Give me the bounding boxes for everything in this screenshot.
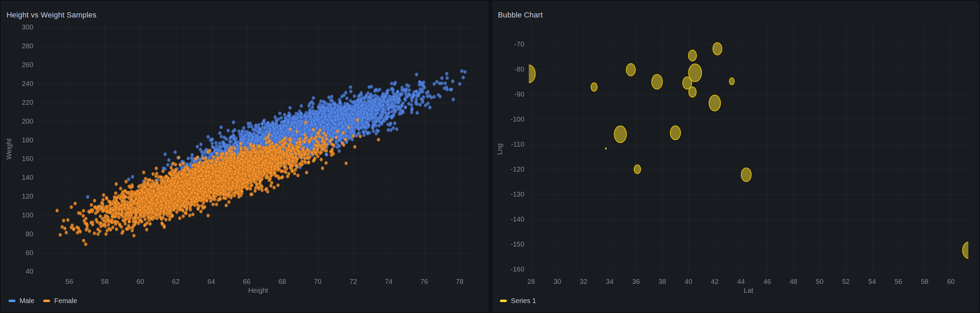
series-1-swatch (500, 300, 507, 302)
x-axis-label-height: Height (37, 287, 479, 294)
legend-label: Female (54, 297, 77, 305)
legend: Series 1 (500, 297, 536, 305)
height-weight-chart-canvas[interactable] (2, 2, 488, 311)
legend: Male Female (9, 297, 77, 305)
x-axis-label-lat: Lat (529, 287, 968, 294)
legend-item-male[interactable]: Male (9, 297, 34, 305)
legend-label: Male (19, 297, 34, 305)
panel-bubble-chart: Bubble Chart Lat Lng Series 1 (493, 2, 978, 311)
female-series-swatch (43, 300, 50, 302)
panel-height-vs-weight: Height vs Weight Samples Height Weight M… (2, 2, 488, 311)
legend-item-female[interactable]: Female (43, 297, 77, 305)
grafana-dashboard: { "page": { "background": "#111217", "pa… (0, 0, 980, 313)
y-axis-label-lng: Lng (496, 104, 504, 193)
legend-label: Series 1 (511, 297, 536, 305)
male-series-swatch (9, 300, 16, 302)
legend-item-series-1[interactable]: Series 1 (500, 297, 536, 305)
y-axis-label-weight: Weight (5, 104, 13, 193)
bubble-chart-canvas[interactable] (493, 2, 978, 311)
